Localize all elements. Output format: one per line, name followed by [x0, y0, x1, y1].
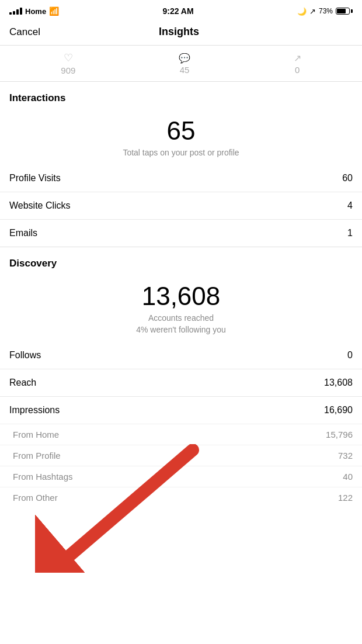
- wifi-icon: 📶: [49, 6, 59, 16]
- from-home-value: 15,796: [326, 430, 353, 439]
- nav-bar: Cancel Insights: [0, 21, 362, 46]
- comments-value: 45: [180, 65, 190, 75]
- website-clicks-value: 4: [347, 200, 353, 211]
- moon-icon: 🌙: [297, 7, 307, 16]
- status-right: 🌙 ↗ 73%: [297, 7, 353, 16]
- likes-value: 909: [61, 65, 75, 75]
- reach-row: Reach 13,608: [0, 369, 362, 396]
- follows-label: Follows: [9, 350, 41, 361]
- from-hashtags-value: 40: [343, 472, 353, 482]
- signal-icon: [9, 8, 22, 15]
- interactions-section-header: Interactions: [0, 82, 362, 108]
- comments-item: 💬 45: [179, 53, 190, 75]
- from-other-label: From Other: [13, 493, 58, 503]
- emails-row: Emails 1: [0, 219, 362, 247]
- interactions-description: Total taps on your post or profile: [9, 147, 353, 159]
- share-icon: ↗: [294, 53, 301, 64]
- from-home-row: From Home 15,796: [0, 424, 362, 445]
- status-bar: Home 📶 9:22 AM 🌙 ↗ 73%: [0, 0, 362, 21]
- discovery-stat-list: Follows 0 Reach 13,608 Impressions 16,69…: [0, 342, 362, 424]
- interactions-stat-list: Profile Visits 60 Website Clicks 4 Email…: [0, 165, 362, 247]
- carrier-label: Home: [25, 7, 46, 16]
- shares-value: 0: [295, 65, 300, 75]
- impressions-value: 16,690: [324, 405, 353, 416]
- emails-value: 1: [347, 228, 353, 238]
- battery-icon: [336, 8, 353, 15]
- follows-value: 0: [347, 350, 353, 361]
- interactions-big-stat: 65 Total taps on your post or profile: [0, 108, 362, 165]
- battery-percent: 73%: [319, 7, 333, 15]
- from-profile-label: From Profile: [13, 451, 61, 461]
- cancel-button[interactable]: Cancel: [9, 26, 40, 38]
- from-hashtags-row: From Hashtags 40: [0, 466, 362, 487]
- status-time: 9:22 AM: [162, 6, 193, 16]
- from-profile-value: 732: [338, 451, 353, 461]
- from-profile-row: From Profile 732: [0, 445, 362, 466]
- from-other-row: From Other 122: [0, 487, 362, 508]
- impressions-row: Impressions 16,690: [0, 396, 362, 424]
- location-icon: ↗: [309, 7, 316, 16]
- from-other-value: 122: [338, 493, 353, 503]
- reach-label: Reach: [9, 378, 36, 388]
- follows-row: Follows 0: [0, 342, 362, 369]
- shares-item: ↗ 0: [294, 53, 301, 75]
- page: Home 📶 9:22 AM 🌙 ↗ 73% Cancel Insights ♡…: [0, 0, 362, 508]
- impressions-sub-list: From Home 15,796 From Profile 732 From H…: [0, 424, 362, 508]
- from-hashtags-label: From Hashtags: [13, 472, 73, 482]
- profile-visits-row: Profile Visits 60: [0, 165, 362, 192]
- discovery-big-stat: 13,608 Accounts reached4% weren't follow…: [0, 273, 362, 342]
- comment-icon: 💬: [179, 53, 190, 64]
- page-title: Insights: [159, 26, 199, 38]
- reach-value: 13,608: [324, 378, 353, 388]
- discovery-number: 13,608: [9, 282, 353, 310]
- from-home-label: From Home: [13, 430, 59, 439]
- impressions-label: Impressions: [9, 405, 60, 416]
- interactions-number: 65: [9, 117, 353, 145]
- status-left: Home 📶: [9, 6, 59, 16]
- top-numbers-row: ♡ 909 💬 45 ↗ 0: [0, 46, 362, 82]
- likes-item: ♡ 909: [61, 51, 75, 75]
- profile-visits-label: Profile Visits: [9, 173, 61, 183]
- website-clicks-row: Website Clicks 4: [0, 192, 362, 219]
- discovery-section-header: Discovery: [0, 247, 362, 273]
- website-clicks-label: Website Clicks: [9, 200, 71, 211]
- discovery-description: Accounts reached4% weren't following you: [9, 313, 353, 335]
- heart-icon: ♡: [64, 51, 73, 64]
- profile-visits-value: 60: [342, 173, 353, 183]
- emails-label: Emails: [9, 228, 37, 238]
